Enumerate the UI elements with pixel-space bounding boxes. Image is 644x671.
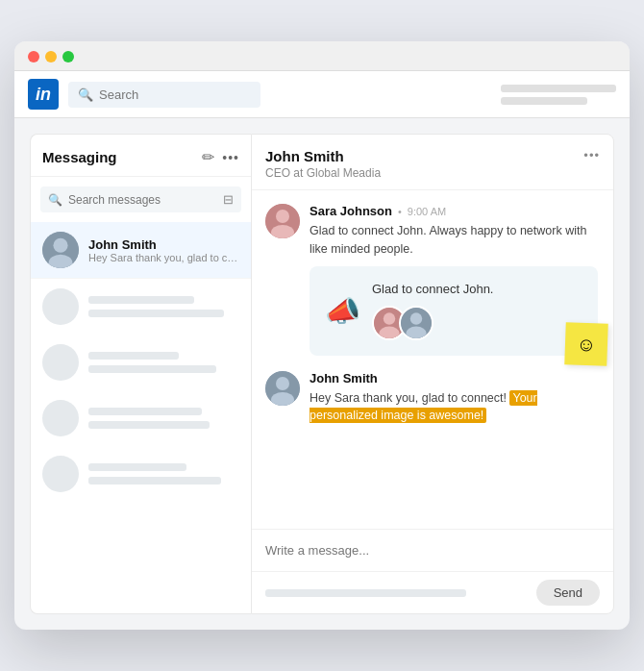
header-nav-placeholder [501, 85, 616, 105]
placeholder-name-1 [88, 296, 194, 304]
browser-chrome [14, 41, 630, 71]
smile-icon: ☺ [576, 333, 596, 356]
chat-contact-title: CEO at Global Meadia [265, 166, 381, 180]
nav-placeholder-line-2 [501, 97, 587, 105]
placeholder-lines-2 [88, 352, 239, 373]
chat-input-bottom: Send [252, 571, 613, 613]
placeholder-conv-4 [31, 446, 251, 502]
traffic-light-green[interactable] [62, 51, 74, 62]
search-messages-input[interactable] [68, 193, 217, 207]
connect-card: 📣 Glad to connect John. [310, 266, 598, 356]
traffic-light-yellow[interactable] [45, 51, 57, 62]
sticky-note: ☺ [564, 322, 608, 366]
placeholder-avatar-4 [42, 456, 79, 492]
placeholder-name-2 [88, 352, 179, 360]
chat-more-options-icon[interactable]: ••• [583, 148, 600, 162]
traffic-light-red[interactable] [28, 51, 39, 62]
search-messages-bar[interactable]: 🔍 ⊟ [40, 186, 241, 212]
john-avatar-sidebar [42, 232, 79, 268]
more-options-icon[interactable]: ••• [222, 150, 239, 165]
conversation-preview-john: Hey Sara thank you, glad to connect! [88, 252, 239, 263]
chat-panel: John Smith CEO at Global Meadia ••• [251, 134, 614, 614]
input-bottom-placeholder [265, 589, 466, 597]
svg-point-7 [384, 312, 395, 324]
placeholder-name-3 [88, 408, 202, 415]
chat-messages: Sara Johnson • 9:00 AM Glad to connect J… [252, 190, 613, 529]
messaging-header: Messaging ✏ ••• [31, 135, 251, 177]
placeholder-lines-3 [88, 408, 239, 429]
app-content: Messaging ✏ ••• 🔍 ⊟ [14, 118, 630, 630]
placeholder-conv-3 [31, 390, 251, 446]
placeholder-lines-1 [88, 296, 239, 317]
placeholder-lines-4 [88, 463, 239, 485]
connect-avatars [372, 306, 493, 340]
sara-message-text: Glad to connect John. Always happy to ne… [310, 222, 598, 259]
conversation-info-john: John Smith Hey Sara thank you, glad to c… [88, 237, 239, 263]
john-message-text: Hey Sara thank you, glad to connect! You… [310, 389, 598, 426]
linkedin-logo: in [28, 79, 59, 110]
message-john: John Smith Hey Sara thank you, glad to c… [265, 371, 600, 426]
compose-icon[interactable]: ✏ [202, 148, 214, 166]
conversation-name-john: John Smith [88, 237, 239, 252]
nav-placeholder-line-1 [501, 85, 616, 92]
john-msg-header: John Smith [310, 371, 598, 385]
linkedin-header: in 🔍 [14, 71, 630, 118]
placeholder-preview-1 [88, 310, 224, 317]
sara-message-content: Sara Johnson • 9:00 AM Glad to connect J… [310, 204, 598, 356]
svg-point-4 [276, 210, 289, 223]
messaging-title: Messaging [42, 149, 117, 165]
traffic-lights [28, 51, 74, 62]
filter-icon[interactable]: ⊟ [223, 192, 234, 207]
browser-window: in 🔍 Messaging ✏ ••• 🔍 ⊟ [14, 41, 630, 630]
sara-msg-header: Sara Johnson • 9:00 AM [310, 204, 598, 218]
search-bar[interactable]: 🔍 [68, 82, 260, 108]
placeholder-preview-2 [88, 365, 216, 373]
placeholder-avatar-1 [42, 288, 79, 325]
placeholder-preview-4 [88, 477, 221, 485]
message-input[interactable] [265, 539, 600, 561]
chat-contact-name: John Smith [265, 148, 381, 164]
message-sara: Sara Johnson • 9:00 AM Glad to connect J… [265, 204, 600, 356]
sara-avatar [265, 204, 300, 238]
placeholder-name-4 [88, 463, 186, 471]
connect-card-text: Glad to connect John. [372, 282, 493, 296]
placeholder-avatar-3 [42, 400, 79, 436]
placeholder-conv-1 [31, 279, 251, 335]
connect-card-body: Glad to connect John. [372, 282, 493, 340]
svg-point-10 [410, 312, 422, 324]
sara-name: Sara Johnson [310, 204, 392, 218]
sara-time: 9:00 AM [408, 206, 446, 217]
john-message-content: John Smith Hey Sara thank you, glad to c… [310, 371, 598, 426]
chat-header-info: John Smith CEO at Global Meadia [265, 148, 381, 180]
john-text-plain: Hey Sara thank you, glad to connect! [310, 391, 509, 405]
placeholder-conv-2 [31, 335, 251, 390]
megaphone-icon: 📣 [325, 294, 360, 328]
john-avatar-chat [265, 371, 300, 406]
svg-point-13 [276, 377, 289, 390]
svg-point-1 [53, 238, 67, 253]
chat-input-area [252, 529, 613, 571]
placeholder-preview-3 [88, 421, 210, 429]
dot-separator: • [398, 206, 402, 217]
search-input[interactable] [99, 87, 251, 102]
messaging-panel: Messaging ✏ ••• 🔍 ⊟ [30, 134, 251, 614]
chat-header: John Smith CEO at Global Meadia ••• [252, 135, 613, 190]
search-messages-icon: 🔍 [48, 193, 62, 207]
send-button[interactable]: Send [536, 580, 600, 606]
conversation-item-john[interactable]: John Smith Hey Sara thank you, glad to c… [31, 222, 251, 279]
john-name-chat: John Smith [310, 371, 378, 385]
search-icon: 🔍 [78, 87, 93, 102]
connect-avatar-john [399, 306, 433, 340]
placeholder-avatar-2 [42, 344, 79, 381]
messaging-header-icons: ✏ ••• [202, 148, 239, 166]
